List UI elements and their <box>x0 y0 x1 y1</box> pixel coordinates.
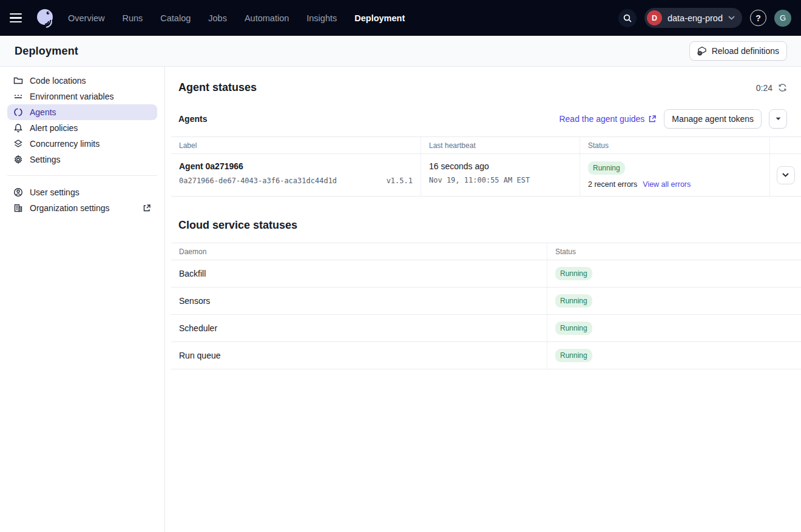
deployment-selector[interactable]: D data-eng-prod <box>644 8 742 28</box>
reload-definitions-button[interactable]: Reload definitions <box>689 41 787 61</box>
agents-table: Label Last heartbeat Status Agent 0a2719… <box>171 136 801 197</box>
deployment-initial-badge: D <box>647 10 662 25</box>
daemon-row-sensors: Sensors Running <box>171 288 801 315</box>
refresh-timer-value: 0:24 <box>756 83 772 93</box>
column-header-label: Label <box>171 137 421 153</box>
user-icon <box>13 187 23 197</box>
menu-icon[interactable] <box>10 10 27 27</box>
sidebar-item-alert-policies[interactable]: Alert policies <box>7 120 157 136</box>
status-badge: Running <box>555 349 592 362</box>
help-icon[interactable]: ? <box>750 10 766 26</box>
refresh-icon[interactable] <box>778 83 787 92</box>
daemon-row-backfill: Backfill Running <box>171 260 801 288</box>
heartbeat-timestamp: Nov 19, 11:00:55 AM EST <box>429 176 572 184</box>
expand-agent-button[interactable] <box>777 166 795 184</box>
user-avatar[interactable]: G <box>774 10 791 27</box>
nav-catalog[interactable]: Catalog <box>160 13 191 23</box>
agent-guides-link[interactable]: Read the agent guides <box>559 114 657 124</box>
status-badge: Running <box>588 161 625 175</box>
daemon-name: Backfill <box>171 260 547 287</box>
sidebar-item-code-locations[interactable]: Code locations <box>7 73 157 89</box>
daemon-name: Sensors <box>171 288 547 314</box>
recent-errors-text: 2 recent errors <box>588 180 637 189</box>
status-badge: Running <box>555 267 592 280</box>
sidebar-divider <box>7 175 157 176</box>
deployment-sidebar: Code locations Environment variables Age… <box>0 67 165 532</box>
reload-code-location-icon <box>697 46 707 56</box>
page-title: Deployment <box>15 45 78 58</box>
column-header-daemon: Daemon <box>171 243 547 260</box>
status-badge: Running <box>555 294 592 308</box>
agent-id: 0a271966-de67-4043-a3f6-aca31dc44d1d <box>179 177 337 185</box>
nav-automation[interactable]: Automation <box>245 13 289 23</box>
main-content: Agent statuses 0:24 Agents Read the agen… <box>165 67 801 532</box>
agent-name: Agent 0a271966 <box>179 161 413 171</box>
building-icon <box>13 203 23 213</box>
chevron-down-icon <box>728 16 735 20</box>
sidebar-item-agents[interactable]: Agents <box>7 104 157 120</box>
search-icon[interactable] <box>618 9 637 27</box>
agent-label-cell: Agent 0a271966 0a271966-de67-4043-a3f6-a… <box>171 154 421 196</box>
chevron-down-icon <box>782 173 789 177</box>
top-navigation: Overview Runs Catalog Jobs Automation In… <box>0 0 801 36</box>
agents-section-label: Agents <box>178 114 207 124</box>
folder-icon <box>13 76 23 86</box>
daemon-row-scheduler: Scheduler Running <box>171 315 801 342</box>
primary-nav: Overview Runs Catalog Jobs Automation In… <box>68 13 405 23</box>
caret-down-icon <box>776 117 781 121</box>
nav-insights[interactable]: Insights <box>306 13 337 23</box>
sidebar-item-settings[interactable]: Settings <box>7 152 157 167</box>
cloud-services-table: Daemon Status Backfill Running Sensors R… <box>171 243 801 369</box>
daemon-name: Run queue <box>171 342 547 369</box>
heartbeat-relative: 16 seconds ago <box>429 161 572 171</box>
agent-row: Agent 0a271966 0a271966-de67-4043-a3f6-a… <box>171 154 801 197</box>
agent-expander-cell <box>769 154 801 196</box>
nav-jobs[interactable]: Jobs <box>208 13 227 23</box>
daemon-row-run-queue: Run queue Running <box>171 342 801 369</box>
nav-runs[interactable]: Runs <box>122 13 143 23</box>
manage-agent-tokens-button[interactable]: Manage agent tokens <box>664 109 762 129</box>
external-link-icon <box>648 115 657 123</box>
nav-deployment[interactable]: Deployment <box>354 13 405 23</box>
sidebar-item-environment-variables[interactable]: Environment variables <box>7 89 157 104</box>
nav-overview[interactable]: Overview <box>68 13 104 23</box>
agent-statuses-title: Agent statuses <box>178 81 257 94</box>
agent-heartbeat-cell: 16 seconds ago Nov 19, 11:00:55 AM EST <box>421 154 580 196</box>
variables-icon <box>13 92 23 101</box>
layers-icon <box>13 139 23 149</box>
sidebar-item-organization-settings[interactable]: Organization settings <box>7 200 157 216</box>
deployment-name: data-eng-prod <box>668 13 723 23</box>
agent-icon <box>13 107 23 117</box>
external-link-icon <box>143 204 151 212</box>
bell-icon <box>13 123 23 133</box>
page-header: Deployment Reload definitions <box>0 36 801 67</box>
column-header-status: Status <box>580 137 769 153</box>
sidebar-item-concurrency-limits[interactable]: Concurrency limits <box>7 136 157 152</box>
column-header-last-heartbeat: Last heartbeat <box>421 137 580 153</box>
sidebar-item-user-settings[interactable]: User settings <box>7 184 157 200</box>
column-header-expander <box>769 137 801 153</box>
daemon-name: Scheduler <box>171 315 547 342</box>
dagster-logo-icon[interactable] <box>33 6 57 30</box>
view-all-errors-link[interactable]: View all errors <box>643 180 691 189</box>
gear-icon <box>13 155 23 164</box>
refresh-countdown: 0:24 <box>756 83 787 93</box>
agent-version: v1.5.1 <box>387 177 413 185</box>
agent-status-cell: Running 2 recent errors View all errors <box>580 154 769 196</box>
column-header-status: Status <box>547 243 801 260</box>
status-badge: Running <box>555 322 592 335</box>
agent-actions-dropdown-button[interactable] <box>769 109 787 129</box>
cloud-service-statuses-title: Cloud service statuses <box>178 219 787 232</box>
